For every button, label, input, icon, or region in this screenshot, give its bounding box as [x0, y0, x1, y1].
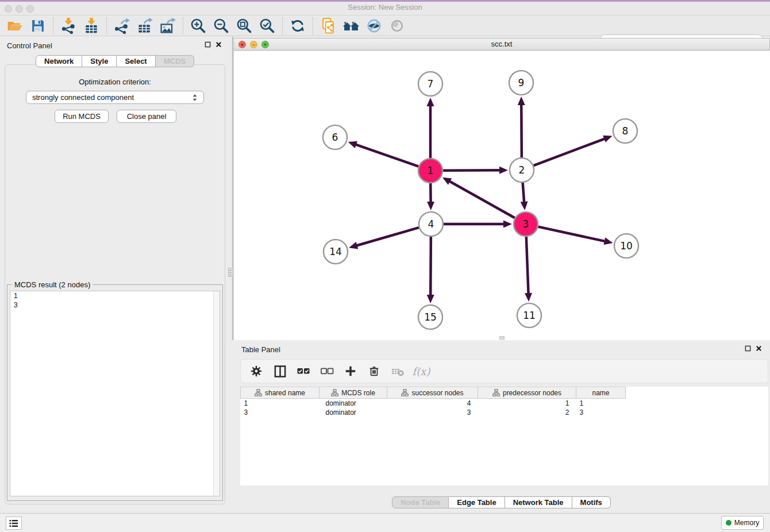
window-title: Session: New Session: [0, 3, 770, 11]
table-row[interactable]: 1dominator411: [241, 399, 769, 408]
control-panel-tabs: NetworkStyleSelectMCDS: [0, 55, 230, 67]
control-panel: Control Panel NetworkStyleSelectMCDS Opt…: [0, 36, 230, 510]
tab-edge-table[interactable]: Edge Table: [449, 496, 505, 508]
column-header-filler: [626, 387, 769, 399]
main-toolbar: [0, 16, 770, 36]
tab-mcds[interactable]: MCDS: [156, 55, 194, 67]
graph-edge-arrowhead: [427, 202, 434, 210]
close-panel-icon[interactable]: [215, 41, 222, 48]
window-accent-strip: [0, 0, 770, 2]
tab-network-table[interactable]: Network Table: [505, 496, 572, 508]
graph-edge-arrowhead: [521, 202, 528, 210]
graph-node-label-7: 7: [428, 78, 434, 90]
memory-button[interactable]: Memory: [721, 516, 764, 530]
zoom-out-icon[interactable]: [211, 16, 231, 36]
save-icon[interactable]: [28, 16, 48, 36]
tab-network[interactable]: Network: [36, 55, 82, 67]
graph-edge-3-1[interactable]: [449, 181, 515, 218]
graph-node-label-9: 9: [518, 77, 525, 88]
memory-label: Memory: [734, 519, 759, 527]
canvas-resize-grip[interactable]: [499, 336, 505, 340]
cell-name[interactable]: 1: [576, 399, 626, 408]
home-icon[interactable]: [341, 16, 361, 36]
columns-icon[interactable]: [272, 364, 287, 379]
cell-predecessor-nodes[interactable]: 1: [478, 399, 576, 408]
graph-edge-2-3[interactable]: [523, 183, 525, 203]
graph-edge-arrowhead: [604, 237, 613, 245]
deselect-all-icon[interactable]: [319, 364, 334, 379]
criterion-select[interactable]: strongly connected component: [26, 91, 204, 104]
graph-edge-1-2[interactable]: [443, 170, 500, 171]
mcds-result-line: 1: [10, 291, 220, 300]
graph-edge-arrowhead: [427, 98, 434, 106]
refresh-layout-icon[interactable]: [288, 16, 307, 36]
show-graphics-icon[interactable]: [387, 16, 407, 36]
splitter-grip[interactable]: [228, 268, 233, 277]
result-scrollbar[interactable]: [213, 291, 220, 496]
tab-motifs[interactable]: Motifs: [572, 496, 611, 508]
tab-node-table[interactable]: Node Table: [392, 496, 449, 508]
cell-shared-name[interactable]: 3: [241, 408, 319, 417]
graph-edge-2-9[interactable]: [521, 104, 522, 157]
select-all-icon[interactable]: [296, 364, 311, 379]
table-toolbar: f(x): [240, 359, 768, 383]
graph-edge-4-15[interactable]: [430, 237, 431, 296]
graph-edge-4-14[interactable]: [356, 228, 419, 246]
graph-edge-3-10[interactable]: [538, 227, 605, 241]
graph-edge-arrowhead: [427, 295, 434, 303]
tab-select[interactable]: Select: [117, 55, 155, 67]
cell-name[interactable]: 3: [576, 408, 626, 417]
import-network-icon[interactable]: [59, 16, 78, 36]
column-header-name[interactable]: name: [576, 387, 626, 399]
table-panel: Table Panel f(x) shared nameMCDS r: [233, 343, 770, 510]
mcds-result-groupbox: MCDS result (2 nodes) 13: [7, 284, 223, 501]
mcds-result-textarea[interactable]: 13: [10, 291, 220, 496]
graph-edge-2-8[interactable]: [534, 138, 606, 165]
import-table-icon[interactable]: [82, 16, 101, 36]
float-panel-icon[interactable]: [745, 345, 751, 352]
select-stepper-icon: [191, 93, 199, 102]
table-panel-window-buttons: [745, 345, 762, 352]
graph-edge-3-11[interactable]: [526, 237, 529, 294]
cell-MCDS-role[interactable]: dominator: [319, 408, 387, 417]
zoom-in-icon[interactable]: [188, 16, 208, 36]
graph-node-label-10: 10: [620, 240, 633, 252]
run-mcds-button[interactable]: Run MCDS: [55, 110, 109, 123]
zoom-fit-icon[interactable]: [234, 16, 254, 36]
open-folder-icon[interactable]: [5, 16, 25, 36]
graph-node-label-14: 14: [329, 246, 342, 257]
delete-column-icon[interactable]: [367, 364, 382, 379]
cell-successor-nodes[interactable]: 3: [387, 408, 478, 417]
tab-style[interactable]: Style: [82, 55, 117, 67]
cell-predecessor-nodes[interactable]: 2: [478, 408, 576, 417]
cell-MCDS-role[interactable]: dominator: [319, 399, 387, 408]
close-panel-icon[interactable]: [756, 345, 762, 352]
graph-edge-arrowhead: [525, 293, 532, 302]
column-header-successor-nodes[interactable]: successor nodes: [387, 387, 478, 399]
close-panel-button[interactable]: Close panel: [117, 110, 176, 123]
export-table-icon[interactable]: [135, 16, 155, 36]
cell-shared-name[interactable]: 1: [241, 399, 319, 408]
float-panel-icon[interactable]: [205, 41, 211, 48]
column-header-MCDS-role[interactable]: MCDS role: [319, 387, 387, 399]
column-header-predecessor-nodes[interactable]: predecessor nodes: [478, 387, 576, 399]
table-row[interactable]: 3dominator323: [241, 408, 769, 417]
network-canvas[interactable]: 1234678910111415: [233, 51, 770, 340]
graph-edge-1-6[interactable]: [355, 144, 418, 167]
export-network-icon[interactable]: [112, 16, 132, 36]
export-image-icon[interactable]: [158, 16, 178, 36]
task-history-button[interactable]: [6, 516, 22, 530]
graph-edge-arrowhead: [499, 167, 508, 174]
toolbar-separator: [106, 17, 107, 34]
gear-icon[interactable]: [249, 364, 264, 379]
table-tabs: Node TableEdge TableNetwork TableMotifs: [233, 496, 770, 508]
network-window-title: scc.txt: [233, 40, 770, 48]
hide-graphics-icon[interactable]: [364, 16, 384, 36]
cell-successor-nodes[interactable]: 4: [387, 399, 478, 408]
zoom-selected-icon[interactable]: [257, 16, 277, 36]
network-documents-icon[interactable]: [318, 16, 338, 36]
graph-node-label-8: 8: [622, 125, 629, 137]
column-header-shared-name[interactable]: shared name: [241, 387, 319, 399]
add-column-icon[interactable]: [343, 364, 358, 379]
network-graph[interactable]: 1234678910111415: [234, 51, 770, 340]
